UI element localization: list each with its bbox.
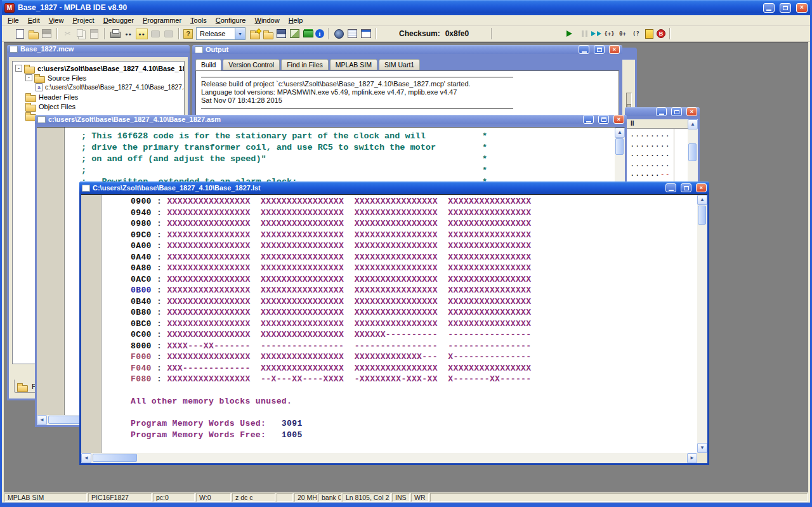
output-title-bar[interactable]: Output × bbox=[192, 45, 622, 54]
scroll-left-icon[interactable]: ◄ bbox=[81, 453, 91, 463]
step-into-icon[interactable]: {+} bbox=[603, 29, 615, 39]
minimize-button[interactable] bbox=[656, 107, 667, 116]
scroll-left-icon[interactable]: ◄ bbox=[37, 415, 47, 425]
copy-icon bbox=[75, 29, 87, 39]
step-out-icon[interactable]: (? bbox=[630, 29, 642, 39]
tab-build[interactable]: Build bbox=[195, 59, 221, 70]
open-project-icon[interactable] bbox=[262, 29, 274, 39]
vertical-scrollbar[interactable]: ▲ bbox=[688, 119, 698, 188]
tree-item-1[interactable]: -Source Files bbox=[14, 73, 184, 82]
lst-text-area[interactable]: 0900 : XXXXXXXXXXXXXXXX XXXXXXXXXXXXXXXX… bbox=[102, 195, 697, 453]
app-title-bar[interactable]: M Base_1827 - MPLAB IDE v8.90 × bbox=[2, 0, 810, 15]
menu-edit[interactable]: Edit bbox=[23, 15, 44, 25]
tree-expander-icon[interactable]: - bbox=[25, 74, 32, 81]
maximize-button[interactable] bbox=[594, 45, 605, 54]
scroll-thumb[interactable] bbox=[615, 138, 624, 155]
breakpoint-icon[interactable]: B bbox=[657, 29, 665, 38]
tree-item-2[interactable]: ac:\users\Zsolt\base\Base_1827_4.10\Base… bbox=[14, 82, 184, 92]
scroll-right-icon[interactable]: ► bbox=[687, 453, 697, 463]
tab-find-in-files[interactable]: Find in Files bbox=[281, 59, 329, 70]
status-pane-pic16f1827: PIC16F1827 bbox=[88, 493, 152, 502]
minimize-button[interactable] bbox=[583, 115, 594, 124]
close-button[interactable]: × bbox=[686, 107, 697, 116]
animate-icon[interactable] bbox=[590, 29, 602, 39]
reset-icon[interactable] bbox=[643, 29, 655, 39]
scrollbar-corner bbox=[697, 453, 707, 463]
tab-sim-uart1[interactable]: SIM Uart1 bbox=[379, 59, 420, 70]
tab-mplab-sim[interactable]: MPLAB SIM bbox=[330, 59, 377, 70]
scroll-thumb[interactable] bbox=[698, 206, 706, 225]
tree-item-4[interactable]: Object Files bbox=[14, 102, 184, 111]
workspace-title-bar[interactable]: Base_1827.mcw bbox=[7, 45, 190, 53]
print-icon[interactable] bbox=[109, 29, 121, 39]
close-button[interactable]: × bbox=[613, 115, 624, 124]
maximize-button[interactable] bbox=[681, 183, 691, 192]
status-pane-ln-8105-col-2: Ln 8105, Col 2 bbox=[343, 493, 391, 502]
maximize-button[interactable] bbox=[671, 107, 682, 116]
toolbar: ✂●●●●? Release ▼ i Checksum: 0x8fe0 {+}0… bbox=[2, 26, 810, 42]
open-file-icon[interactable] bbox=[27, 29, 39, 39]
memory-map-row: 8000 : XXXX---XX------- ----------------… bbox=[131, 341, 697, 352]
menu-programmer[interactable]: Programmer bbox=[138, 15, 186, 25]
status-pane-20-mhz: 20 MHz bbox=[294, 493, 317, 502]
view-memory-icon[interactable] bbox=[346, 29, 358, 39]
tree-expander-icon[interactable]: - bbox=[15, 65, 22, 72]
tree-item-0[interactable]: -c:\users\Zsolt\base\Base_1827_4.10\Base… bbox=[14, 63, 184, 73]
asm-editor-title: c:\users\Zsolt\base\Base_1827_4.10\Base_… bbox=[48, 115, 221, 123]
tree-item-3[interactable]: Header Files bbox=[14, 92, 184, 102]
minimize-button[interactable] bbox=[579, 45, 589, 54]
maximize-button[interactable] bbox=[780, 3, 791, 13]
menu-debugger[interactable]: Debugger bbox=[99, 15, 138, 25]
menu-configure[interactable]: Configure bbox=[211, 15, 251, 25]
horizontal-scrollbar[interactable]: ◄ ► bbox=[81, 453, 697, 463]
checksum-label: Checksum: bbox=[399, 29, 440, 38]
menu-tools[interactable]: Tools bbox=[186, 15, 211, 25]
scroll-up-icon[interactable]: ▲ bbox=[697, 195, 707, 205]
close-button[interactable]: × bbox=[696, 183, 707, 192]
menu-file[interactable]: File bbox=[3, 15, 23, 25]
lst-title-bar[interactable]: C:\users\Zsolt\base\Base_1827_4.10\Base_… bbox=[79, 181, 709, 194]
build-configuration-icon[interactable]: i bbox=[315, 29, 324, 38]
save-workspace-icon[interactable] bbox=[275, 29, 287, 39]
program-target-icon[interactable] bbox=[333, 29, 345, 39]
menu-window[interactable]: Window bbox=[251, 15, 284, 25]
help-icon[interactable]: ? bbox=[183, 29, 193, 39]
status-pane-empty-5 bbox=[277, 493, 293, 502]
find-in-files-icon[interactable]: ●● bbox=[136, 29, 148, 39]
menu-project[interactable]: Project bbox=[68, 15, 98, 25]
status-pane-mplab-sim: MPLAB SIM bbox=[4, 493, 87, 502]
view-watch-icon[interactable] bbox=[360, 29, 372, 39]
close-button[interactable]: × bbox=[609, 45, 620, 54]
document-icon bbox=[10, 46, 18, 53]
build-all-icon[interactable] bbox=[289, 29, 301, 39]
folder-icon bbox=[25, 102, 36, 110]
minimize-button[interactable] bbox=[665, 183, 676, 192]
menu-view[interactable]: View bbox=[44, 15, 69, 25]
scroll-thumb[interactable] bbox=[688, 143, 697, 161]
scroll-down-icon[interactable]: ▼ bbox=[697, 443, 707, 453]
run-icon[interactable] bbox=[563, 29, 575, 39]
new-file-icon[interactable] bbox=[14, 29, 26, 39]
lst-listing-window: C:\users\Zsolt\base\Base_1827_4.10\Base_… bbox=[79, 181, 709, 465]
tree-item-label: c:\users\Zsolt\base\Base_1827_4.10\Base_… bbox=[37, 65, 185, 72]
vertical-scrollbar[interactable]: ▲ ▼ bbox=[697, 195, 707, 453]
maximize-button[interactable] bbox=[598, 115, 609, 124]
menu-help[interactable]: Help bbox=[284, 15, 308, 25]
build-configuration-select[interactable]: Release ▼ bbox=[196, 27, 246, 40]
make-icon[interactable] bbox=[302, 29, 314, 39]
minimize-button[interactable] bbox=[763, 3, 775, 13]
new-project-icon[interactable] bbox=[249, 29, 261, 39]
scroll-thumb[interactable] bbox=[93, 454, 137, 462]
step-over-icon[interactable]: 0+ bbox=[617, 29, 629, 39]
scroll-up-icon[interactable]: ▲ bbox=[615, 128, 625, 138]
find-icon[interactable]: ●● bbox=[122, 29, 134, 39]
scroll-up-icon[interactable]: ▲ bbox=[688, 119, 698, 129]
build-configuration-value: Release bbox=[200, 30, 225, 37]
asm-editor-title-bar[interactable]: c:\users\Zsolt\base\Base_1827_4.10\Base_… bbox=[35, 115, 627, 124]
tab-version-control[interactable]: Version Control bbox=[223, 59, 280, 70]
document-icon bbox=[37, 116, 46, 123]
chevron-down-icon[interactable]: ▼ bbox=[235, 28, 245, 39]
close-button[interactable]: × bbox=[796, 3, 808, 13]
editor-gutter bbox=[37, 128, 65, 415]
file-registers-title-bar[interactable]: × bbox=[625, 107, 700, 116]
